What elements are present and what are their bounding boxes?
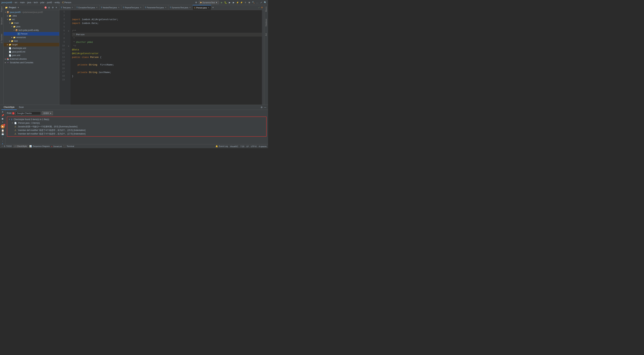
more-icon[interactable]: … <box>256 1 259 4</box>
position-status[interactable]: 7:10 <box>240 145 244 148</box>
ant-side-label[interactable]: Ant <box>265 32 268 37</box>
tab-more-button[interactable]: ▼ <box>211 6 215 9</box>
rules-input[interactable] <box>16 112 41 115</box>
collapse-icon[interactable]: ⊟ <box>48 6 50 9</box>
structure-label[interactable]: Structure <box>0 17 3 26</box>
tab-nested-close[interactable]: ✕ <box>118 6 120 9</box>
run-config-button[interactable]: ▶ DynamicsTest ▼ <box>199 1 219 4</box>
tab-person-close[interactable]: ✕ <box>208 6 210 9</box>
tree-item-target[interactable]: ▶ 📁 target <box>4 43 59 46</box>
copy-btn[interactable]: 📋 <box>1 129 5 132</box>
pin-tool-btn[interactable]: 📌 <box>1 114 5 117</box>
sonarlint-status[interactable]: ● SonarLint <box>51 145 62 148</box>
tree-item-src[interactable]: ▼ 📁 src <box>4 18 59 21</box>
navigate-icon[interactable]: ⚙ <box>195 1 198 4</box>
hide-icon[interactable]: ✕ <box>55 6 58 9</box>
editor-scrollbar[interactable] <box>262 10 264 105</box>
checkmark-icon[interactable]: ✓ <box>258 6 260 9</box>
run-icon[interactable]: ▶ <box>220 1 223 4</box>
tab-dynamics[interactable]: T DynamicsTest.java ✕ <box>168 5 193 10</box>
stop-tool-btn[interactable]: ⏹ <box>1 118 5 120</box>
tab-test[interactable]: T Test.java ✕ <box>59 5 75 10</box>
tree-item-person[interactable]: C Person <box>4 32 59 36</box>
search-icon[interactable]: 🔍 <box>264 1 266 4</box>
breadcrumb-entity[interactable]: entity <box>54 1 60 4</box>
maven-side-label[interactable]: Maven <box>265 6 268 12</box>
idea-icon: 📁 <box>9 14 12 17</box>
todo-status[interactable]: ✓ 6: TODO <box>2 145 12 148</box>
encoding-status[interactable]: UTF-8 <box>251 145 256 148</box>
tab-person[interactable]: C Person.java ✕ <box>193 5 211 10</box>
breadcrumb-src[interactable]: src <box>14 1 18 4</box>
visualgc-status[interactable]: VisualGC <box>230 145 238 148</box>
result-file-row[interactable]: ▼ 📄 Person.java : 3 item(s) <box>7 121 266 125</box>
linesep-status[interactable]: LF <box>246 145 249 148</box>
bottom-tab-scan[interactable]: Scan <box>17 105 26 110</box>
bottom-tab-checkstyle[interactable]: CheckStyle <box>2 105 17 110</box>
expand-all-btn[interactable]: ≡ <box>1 121 5 123</box>
tab-dynamics-close[interactable]: ✕ <box>189 6 191 9</box>
rules-select-button[interactable]: 选规则 ▼ <box>42 111 53 115</box>
tree-item-ext-lib[interactable]: ▶ 📚 External Libraries <box>4 57 59 61</box>
tree-item-idea[interactable]: ▶ 📁 .idea <box>4 14 59 18</box>
pkg-label: tech.pdai.junit5.entity <box>18 29 39 32</box>
tree-item-main[interactable]: ▼ 📁 main <box>4 21 59 25</box>
settings-bottom-icon[interactable]: ⚙ <box>260 106 263 109</box>
next-error-btn[interactable]: ↓ <box>1 139 5 142</box>
tree-item-pom[interactable]: 📄 pom.xml <box>4 54 59 57</box>
profile-icon[interactable]: ▶ <box>232 1 235 4</box>
panel-dropdown-arrow[interactable]: ▼ <box>17 6 20 9</box>
tab-repeat-close[interactable]: ✕ <box>140 6 142 9</box>
database-side-label[interactable]: Database <box>265 18 268 27</box>
info-btn[interactable]: ℹ <box>1 143 5 144</box>
tab-repeat[interactable]: T RepeatTest.java ✕ <box>122 5 144 10</box>
tab-parameter-close[interactable]: ✕ <box>164 6 167 9</box>
settings-icon[interactable]: ⚙ <box>51 6 54 9</box>
maven-icon[interactable]: M <box>260 6 263 9</box>
breadcrumb-tech[interactable]: tech <box>34 1 38 4</box>
favorites-label[interactable]: 2: Favorites <box>0 33 3 44</box>
breadcrumb-pdai[interactable]: pdai <box>40 1 44 4</box>
prev-error-btn[interactable]: ↑ <box>1 136 5 139</box>
breadcrumb-java[interactable]: java <box>27 1 31 4</box>
tree-item-resources[interactable]: ▶ 📁 resources <box>4 36 59 39</box>
build-icon[interactable]: 🔨 <box>252 1 255 4</box>
tree-item-package[interactable]: ▼ 📦 tech.pdai.junit5.entity <box>4 28 59 32</box>
terminal-status[interactable]: ⬛ Terminal <box>63 145 74 148</box>
sequence-status[interactable]: 📊 Sequence Diagram <box>29 145 50 148</box>
minimize-bottom-icon[interactable]: — <box>264 106 266 109</box>
tab-exception-close[interactable]: ✕ <box>96 6 98 9</box>
tree-item-checkstyle[interactable]: 📄 checkstyle.xml <box>4 46 59 50</box>
coverage-icon[interactable]: ▶ <box>228 1 231 4</box>
export-btn[interactable]: 💾 <box>1 132 5 135</box>
stop-icon[interactable]: ⏹ <box>248 1 251 4</box>
breadcrumb-root[interactable]: java-junit5 <box>2 1 12 4</box>
result-item-0[interactable]: ⚠ Javadoc的第一句缺少一个结束时期。(6:0) [SummaryJava… <box>7 125 266 128</box>
tab-parameter[interactable]: T ParameterTest.java ✕ <box>143 5 168 10</box>
breadcrumb-main[interactable]: main <box>20 1 25 4</box>
breadcrumb-person[interactable]: Person <box>64 1 71 4</box>
event-log-status[interactable]: 🔔 Event Log <box>216 145 228 148</box>
tab-test-close[interactable]: ✕ <box>71 6 74 9</box>
run-fast-icon[interactable]: ⚡ <box>240 1 243 4</box>
locate-icon[interactable]: 🎯 <box>44 6 47 9</box>
tree-item-test[interactable]: ▶ 📁 test <box>4 39 59 43</box>
debug-icon[interactable]: 🐛 <box>224 1 227 4</box>
breadcrumb-junit5[interactable]: junit5 <box>47 1 52 4</box>
tree-item-root[interactable]: ▼ 📦 java-junit5 ~/pdai/www/java-junit5 <box>4 10 59 14</box>
more-run-icon[interactable]: ⚡ <box>236 1 239 4</box>
pause-icon[interactable]: ⏸ <box>244 1 247 4</box>
project-label[interactable]: Project <box>0 6 3 13</box>
tree-item-java[interactable]: ▼ 📁 java <box>4 25 59 28</box>
expand-icon[interactable]: ⤢ <box>260 1 263 4</box>
tab-nested[interactable]: T NestedTest.java ✕ <box>100 5 122 10</box>
result-item-1[interactable]: ⚠ 'member def modifier' 缩进了4个缩进符，应为2个。(1… <box>7 128 266 132</box>
close-tool-btn[interactable]: ✕ <box>1 110 5 113</box>
tab-exception[interactable]: T ExceptionTest.java ✕ <box>75 5 99 10</box>
result-item-2[interactable]: ⚠ 'member def modifier' 缩进了4个缩进符，应为2个。(1… <box>7 132 266 136</box>
tree-item-iml[interactable]: 📄 java-junit5.iml <box>4 50 59 54</box>
indent-status[interactable]: 4 spaces <box>259 145 266 148</box>
tree-item-scratches[interactable]: ▶ ✏ Scratches and Consoles <box>4 61 59 64</box>
code-content[interactable]: import lombok.AllArgsConstructor; import… <box>70 10 262 105</box>
checkstyle-status[interactable]: ✓ CheckStyle <box>13 145 28 148</box>
